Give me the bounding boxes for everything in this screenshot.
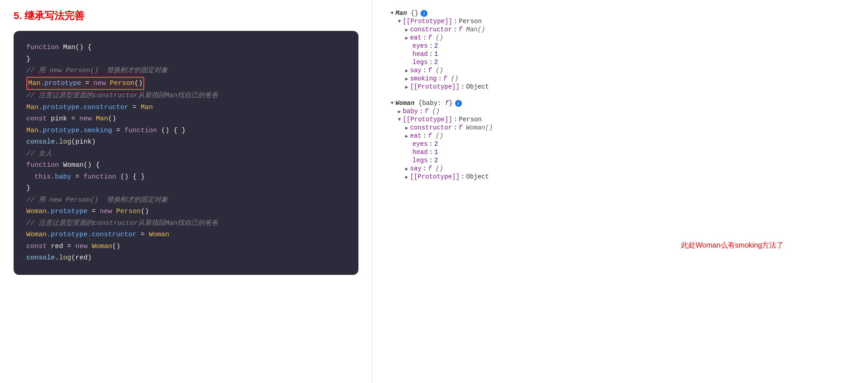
code-line-11: function Woman() {	[26, 159, 346, 171]
woman-legs-row: legs : 2	[391, 156, 850, 164]
man-proto2-arrow[interactable]: ▶	[405, 84, 408, 90]
code-line-13: }	[26, 183, 346, 194]
man-constructor-arrow[interactable]: ▶	[405, 27, 408, 33]
woman-proto-val: Person	[459, 116, 481, 123]
man-proto2-row: ▶ [[Prototype]] : Object	[391, 83, 850, 91]
code-line-3: // 用 new Person() 替换刚才的固定对象	[26, 65, 346, 77]
code-line-16: // 注意让原型里面的constructor从新指回Man找自己的爸爸	[26, 218, 346, 229]
woman-proto2-row: ▶ [[Prototype]] : Object	[391, 173, 850, 181]
woman-baby-val: f	[425, 108, 432, 115]
code-block: function Man() { } // 用 new Person() 替换刚…	[14, 31, 358, 275]
code-line-1: function Man() {	[26, 42, 346, 54]
left-panel: 5. 继承写法完善 function Man() { } // 用 new Pe…	[0, 0, 372, 383]
woman-say-row: ▶ say : f ()	[391, 164, 850, 173]
woman-say-arrow[interactable]: ▶	[405, 166, 408, 172]
man-expand-arrow[interactable]: ▼	[391, 10, 394, 16]
woman-proto-key: [[Prototype]]	[403, 116, 452, 123]
man-say-val: f	[428, 67, 436, 74]
woman-say-key: say	[410, 165, 422, 172]
code-line-7: const pink = new Man()	[26, 113, 346, 125]
man-proto-val: Person	[459, 18, 481, 25]
man-eat-row: ▶ eat : f ()	[391, 34, 850, 42]
woman-constructor-arrow[interactable]: ▶	[405, 125, 408, 131]
man-eyes-key: eyes	[412, 42, 428, 50]
woman-root-label: Woman	[396, 99, 415, 107]
man-smoking-val: f	[443, 75, 451, 82]
code-line-2: }	[26, 54, 346, 65]
code-line-18: const red = new Woman()	[26, 241, 346, 253]
man-legs-val: 2	[434, 59, 438, 66]
man-root: ▼ Man {} i	[391, 9, 850, 17]
woman-info-icon[interactable]: i	[455, 100, 462, 107]
code-line-4: Man.prototype = new Person()	[26, 77, 346, 90]
code-line-15: Woman.prototype = new Person()	[26, 206, 346, 218]
man-eat-val: f	[428, 34, 436, 41]
code-line-19: console.log(red)	[26, 252, 346, 264]
woman-baby-key: baby	[403, 108, 418, 115]
woman-proto-row: ▼ [[Prototype]] : Person	[391, 115, 850, 124]
woman-say-val: f	[428, 165, 436, 172]
woman-eat-arrow[interactable]: ▶	[405, 133, 408, 139]
code-line-9: console.log(pink)	[26, 136, 346, 148]
man-constructor-val: f	[458, 26, 466, 33]
section-title: 5. 继承写法完善	[14, 9, 358, 23]
man-root-obj: {}	[407, 10, 418, 17]
man-proto2-val: Object	[466, 83, 489, 90]
man-eyes-val: 2	[434, 42, 438, 50]
man-constructor-row: ▶ constructor : f Man()	[391, 25, 850, 34]
code-line-12: this.baby = function () { }	[26, 171, 346, 183]
man-eat-arrow[interactable]: ▶	[405, 35, 408, 41]
man-root-label: Man	[396, 10, 407, 17]
woman-head-key: head	[412, 149, 428, 156]
code-line-10: // 女人	[26, 148, 346, 160]
code-line-6: Man.prototype.constructor = Man	[26, 102, 346, 114]
man-smoking-key: smoking	[410, 75, 437, 82]
woman-eyes-val: 2	[434, 140, 438, 148]
right-panel: ▼ Man {} i ▼ [[Prototype]] : Person ▶ co…	[373, 0, 868, 383]
woman-proto2-arrow[interactable]: ▶	[405, 174, 408, 180]
woman-head-val: 1	[434, 149, 438, 156]
woman-eat-key: eat	[410, 132, 422, 139]
man-eyes-row: eyes : 2	[391, 42, 850, 50]
woman-baby-arrow[interactable]: ▶	[398, 109, 401, 114]
woman-expand-arrow[interactable]: ▼	[391, 100, 394, 106]
man-smoking-arrow[interactable]: ▶	[405, 76, 408, 82]
woman-proto2-key: [[Prototype]]	[410, 173, 460, 180]
woman-root-obj: {baby:	[415, 99, 445, 107]
man-legs-key: legs	[412, 59, 428, 66]
man-proto-row: ▼ [[Prototype]] : Person	[391, 17, 850, 25]
woman-root: ▼ Woman {baby: f} i	[391, 99, 850, 107]
woman-baby-row: ▶ baby : f ()	[391, 107, 850, 115]
woman-proto2-val: Object	[466, 173, 489, 180]
man-say-row: ▶ say : f ()	[391, 66, 850, 75]
man-say-key: say	[410, 67, 422, 74]
man-tree: ▼ Man {} i ▼ [[Prototype]] : Person ▶ co…	[391, 9, 850, 91]
woman-legs-val: 2	[434, 157, 438, 164]
man-say-arrow[interactable]: ▶	[405, 68, 408, 74]
code-line-14: // 用 new Person() 替换刚才的固定对象	[26, 194, 346, 206]
man-head-key: head	[412, 50, 428, 58]
woman-constructor-key: constructor	[410, 124, 452, 131]
man-smoking-row: ▶ smoking : f ()	[391, 75, 850, 83]
woman-tree: ▼ Woman {baby: f} i ▶ baby : f () ▼ [[Pr…	[391, 99, 850, 181]
woman-eyes-key: eyes	[412, 140, 428, 148]
man-proto-key: [[Prototype]]	[403, 18, 452, 25]
man-head-val: 1	[434, 50, 438, 58]
woman-proto-arrow[interactable]: ▼	[398, 117, 401, 122]
code-line-5: // 注意让原型里面的constructor从新指回Man找自己的爸爸	[26, 90, 346, 102]
man-info-icon[interactable]: i	[421, 10, 427, 17]
woman-constructor-row: ▶ constructor : f Woman()	[391, 124, 850, 132]
code-line-17: Woman.prototype.constructor = Woman	[26, 229, 346, 241]
woman-eyes-row: eyes : 2	[391, 140, 850, 148]
man-constructor-key: constructor	[410, 26, 452, 33]
woman-eat-val: f	[428, 132, 436, 139]
annotation-text: 此处Woman么有smoking方法了	[681, 241, 784, 250]
man-eat-key: eat	[410, 34, 422, 41]
man-proto-arrow[interactable]: ▼	[398, 19, 401, 24]
man-proto2-key: [[Prototype]]	[410, 83, 460, 90]
code-line-8: Man.prototype.smoking = function () { }	[26, 125, 346, 137]
woman-eat-row: ▶ eat : f ()	[391, 132, 850, 140]
woman-legs-key: legs	[412, 157, 428, 164]
woman-head-row: head : 1	[391, 148, 850, 156]
woman-constructor-val: f	[458, 124, 466, 131]
